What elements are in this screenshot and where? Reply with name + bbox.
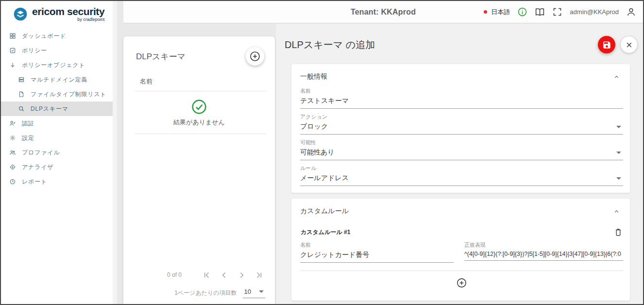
ericom-logo-icon [13, 6, 28, 22]
list-pagination: 0 of 0 1ページあたりの項目数 10 [123, 269, 275, 304]
account-icon[interactable] [626, 7, 636, 17]
field-label: 正規表現 [464, 241, 623, 249]
dlp-schema-list-panel: DLPスキーマ 名前 結果がありません 0 of 0 [123, 36, 275, 304]
list-column-header-name: 名前 [123, 66, 275, 91]
sidebar-item-label: プロファイル [22, 149, 60, 157]
last-page-button[interactable] [253, 269, 265, 281]
previous-page-button[interactable] [218, 269, 230, 281]
custom-rule-name-input[interactable]: クレジットカード番号 [300, 249, 454, 263]
add-schema-button[interactable] [246, 47, 264, 66]
field-value: ブロック [300, 122, 328, 131]
chevron-down-icon [616, 152, 621, 154]
trash-icon [613, 227, 623, 237]
rule-field: ルール メールアドレス [300, 165, 623, 186]
chevron-down-icon [616, 126, 621, 128]
field-label: 名前 [300, 241, 454, 249]
sidebar-item-reports[interactable]: レポート [1, 174, 113, 189]
sidebar-item-label: ポリシーオブジェクト [22, 61, 85, 69]
first-page-button[interactable] [200, 269, 213, 281]
custom-rule-regex-input[interactable]: ^(4[0-9]{12}(?:[0-9]{3})?|5[1-5][0-9]{14… [464, 249, 623, 261]
arrow-down-icon [9, 62, 16, 68]
sidebar-item-settings[interactable]: 設定 [1, 131, 113, 145]
custom-rule-title: カスタムルール #1 [301, 228, 350, 237]
list-panel-title: DLPスキーマ [136, 51, 186, 62]
general-info-card: 一般情報 名前 テストスキーマ アクション ブロック 可能性 可能性あり [291, 64, 630, 193]
dashboard-icon [9, 33, 16, 39]
gear-icon [9, 135, 16, 141]
brand-logo: ericom security by cradlepoint [1, 1, 113, 22]
save-floppy-icon [602, 40, 611, 50]
sidebar-item-label: 認証 [22, 119, 34, 128]
language-status-dot [484, 10, 487, 14]
file-icon [18, 91, 25, 98]
field-label: アクション [300, 113, 623, 120]
sidebar-item-label: マルチドメイン定義 [31, 76, 87, 84]
sidebar-item-profile[interactable]: プロファイル [1, 145, 113, 160]
sidebar-item-dashboard[interactable]: ダッシュボード [1, 29, 113, 43]
collapse-general-button[interactable] [613, 73, 620, 81]
info-icon[interactable] [517, 7, 527, 17]
likelihood-select[interactable]: 可能性あり [300, 146, 623, 160]
sidebar-item-authentication[interactable]: 認証 [1, 116, 113, 131]
policy-icon [9, 47, 16, 54]
sidebar-item-label: ポリシー [22, 47, 47, 55]
documentation-book-icon[interactable] [535, 7, 545, 17]
action-select[interactable]: ブロック [300, 120, 623, 135]
multidomain-icon [18, 76, 25, 83]
brand-byline: by cradlepoint [32, 17, 104, 22]
sidebar-item-filetype-restriction-list[interactable]: ファイルタイプ制限リスト [1, 87, 113, 102]
sidebar: ericom security by cradlepoint ダッシュボード ポ… [1, 1, 113, 304]
fullscreen-icon[interactable] [552, 7, 562, 17]
next-page-button[interactable] [235, 269, 248, 281]
field-value: 可能性あり [300, 148, 335, 157]
close-button[interactable] [621, 36, 637, 53]
divider [300, 271, 623, 271]
close-icon [625, 41, 633, 49]
schema-name-input[interactable]: テストスキーマ [300, 95, 623, 109]
sidebar-item-analyzer[interactable]: アナライザ [1, 160, 113, 174]
chevron-up-icon [613, 73, 620, 81]
add-custom-rule-button[interactable] [456, 277, 467, 288]
rule-select[interactable]: メールアドレス [300, 172, 623, 186]
language-selector[interactable]: 日本語 [484, 8, 510, 17]
field-value: ^(4[0-9]{12}(?:[0-9]{3})?|5[1-5][0-9]{14… [464, 251, 621, 257]
schema-name-field: 名前 テストスキーマ [300, 87, 623, 109]
chevron-up-icon [613, 208, 620, 215]
language-label: 日本語 [491, 8, 510, 17]
field-label: ルール [300, 165, 623, 172]
custom-rules-section-title: カスタムルール [300, 207, 349, 216]
delete-rule-button[interactable] [613, 227, 623, 237]
custom-rule-regex-field: 正規表現 ^(4[0-9]{12}(?:[0-9]{3})?|5[1-5][0-… [464, 241, 623, 263]
tenant-label: Tenant: KKAprod [351, 8, 416, 17]
search-icon [18, 105, 25, 112]
sidebar-item-dlp-schema[interactable]: DLPスキーマ [1, 102, 113, 116]
likelihood-field: 可能性 可能性あり [300, 139, 623, 160]
editor-title: DLPスキーマ の追加 [285, 38, 375, 51]
sidebar-item-multidomain-definitions[interactable]: マルチドメイン定義 [1, 72, 113, 87]
editor-header: DLPスキーマ の追加 [285, 35, 637, 54]
save-button[interactable] [598, 36, 615, 53]
sidebar-menu: ダッシュボード ポリシー ポリシーオブジェクト マルチドメイン定義 [1, 29, 113, 189]
sidebar-item-policy[interactable]: ポリシー [1, 43, 113, 58]
field-value: クレジットカード番号 [300, 251, 369, 259]
field-value: テストスキーマ [300, 97, 349, 105]
collapse-custom-rules-button[interactable] [613, 208, 620, 215]
auth-icon [9, 120, 16, 127]
chevron-down-icon [259, 290, 264, 293]
empty-state-message: 結果がありません [173, 118, 225, 127]
action-field: アクション ブロック [300, 113, 623, 135]
brand-name: ericom security [32, 6, 104, 17]
pagination-range: 0 of 0 [167, 271, 182, 278]
check-circle-icon [191, 99, 207, 115]
chevron-down-icon [616, 177, 621, 180]
items-per-page-select[interactable]: 10 [243, 288, 265, 298]
items-per-page-label: 1ページあたりの項目数 [174, 289, 237, 297]
clock-icon [9, 178, 16, 185]
custom-rules-card: カスタムルール カスタムルール #1 名前 クレジットカード番号 正規表現 ^(… [291, 199, 630, 301]
custom-rule-name-field: 名前 クレジットカード番号 [300, 241, 454, 263]
app-window: ericom security by cradlepoint ダッシュボード ポ… [0, 0, 644, 305]
sidebar-scrollbar[interactable] [113, 1, 117, 304]
sidebar-item-label: ファイルタイプ制限リスト [31, 90, 106, 99]
sidebar-item-label: レポート [22, 178, 47, 186]
sidebar-item-policy-objects[interactable]: ポリシーオブジェクト [1, 58, 113, 72]
